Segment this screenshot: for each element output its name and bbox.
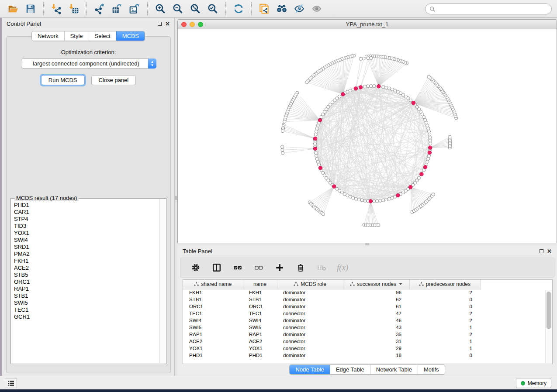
trash-icon xyxy=(296,263,305,272)
table-cell: 0 xyxy=(409,296,480,303)
network-window-titlebar[interactable]: YPA_prune.txt_1 xyxy=(178,20,557,29)
column-type-icon xyxy=(294,282,298,286)
float-panel-icon[interactable] xyxy=(158,22,162,26)
memory-label: Memory xyxy=(528,380,547,386)
scrollbar-thumb[interactable] xyxy=(547,292,551,329)
optimization-criterion-select[interactable]: largest connected component (undirected)… xyxy=(21,58,156,69)
network-canvas[interactable] xyxy=(178,29,557,244)
mcds-result-item[interactable]: RAP1 xyxy=(14,285,159,292)
table-row[interactable]: SWI5SWI5connector431 xyxy=(183,324,480,331)
first-neighbors-button[interactable] xyxy=(273,1,291,16)
close-panel-icon[interactable]: ✕ xyxy=(165,22,170,26)
float-panel-icon[interactable] xyxy=(540,249,543,253)
mcds-result-item[interactable]: SWI4 xyxy=(14,237,159,244)
run-mcds-button[interactable]: Run MCDS xyxy=(41,75,85,85)
close-panel-icon[interactable]: ✕ xyxy=(547,249,552,253)
table-row[interactable]: TEC1TEC1connector472 xyxy=(183,310,480,317)
table-cell: 62 xyxy=(343,296,409,303)
mcds-result-item[interactable]: SWI5 xyxy=(14,299,159,306)
show-panels-button[interactable] xyxy=(5,378,17,388)
refresh-layout-button[interactable] xyxy=(230,1,247,16)
mcds-result-item[interactable]: PHD1 xyxy=(14,202,159,209)
table-tab-network-table[interactable]: Network Table xyxy=(370,365,418,374)
table-cell: dominator xyxy=(277,303,343,310)
close-panel-button[interactable]: Close panel xyxy=(91,75,136,85)
select-all-columns-button[interactable] xyxy=(232,262,243,273)
gear-icon xyxy=(191,263,201,272)
delete-columns-button[interactable] xyxy=(295,262,306,273)
import-network-button[interactable] xyxy=(48,1,65,16)
table-row[interactable]: YOX1YOX1connector291 xyxy=(183,345,480,352)
column-header[interactable]: MCDS role xyxy=(277,280,343,289)
column-header[interactable]: successor nodes xyxy=(343,280,409,289)
memory-button[interactable]: Memory xyxy=(516,378,551,388)
table-cell: dominator xyxy=(277,296,343,303)
table-row[interactable]: SWI4SWI4dominator462 xyxy=(183,317,480,324)
zoom-selected-button[interactable] xyxy=(204,1,221,16)
clone-network-button[interactable] xyxy=(256,1,273,16)
mcds-result-item[interactable]: FKH1 xyxy=(14,258,159,265)
export-network-button[interactable] xyxy=(91,1,108,16)
search-icon xyxy=(429,6,436,12)
mcds-result-item[interactable]: TID3 xyxy=(14,223,159,230)
mcds-result-item[interactable]: STB1 xyxy=(14,292,159,299)
mcds-result-item[interactable]: YOX1 xyxy=(14,230,159,237)
export-table-button[interactable] xyxy=(108,1,126,16)
table-tab-edge-table[interactable]: Edge Table xyxy=(330,365,370,374)
export-image-button[interactable] xyxy=(126,1,143,16)
mcds-result-list[interactable]: PHD1CAR1STP4TID3YOX1SWI4SRD1PMA2FKH1ACE2… xyxy=(11,199,159,363)
zoom-fit-button[interactable] xyxy=(187,1,204,16)
mcds-result-item[interactable]: GCR1 xyxy=(14,313,159,320)
show-all-button[interactable] xyxy=(308,1,325,16)
table-row[interactable]: FKH1FKH1dominator962 xyxy=(183,289,480,296)
table-tab-node-table[interactable]: Node Table xyxy=(290,365,330,374)
eye-slash-icon xyxy=(294,3,305,14)
table-cell: PHD1 xyxy=(183,352,243,359)
table-cell: 18 xyxy=(343,352,409,359)
table-cell: ACE2 xyxy=(243,338,277,345)
splitter-handle[interactable] xyxy=(175,196,177,200)
import-table-button[interactable] xyxy=(65,1,83,16)
mcds-result-item[interactable]: CAR1 xyxy=(14,209,159,216)
open-file-button[interactable] xyxy=(4,1,22,16)
function-builder-button[interactable]: f(x) xyxy=(337,263,348,272)
search-input[interactable] xyxy=(438,6,547,12)
network-window: YPA_prune.txt_1 xyxy=(177,19,557,244)
mcds-result-item[interactable]: STB5 xyxy=(14,272,159,279)
unselect-all-columns-button[interactable] xyxy=(253,262,264,273)
zoom-out-button[interactable] xyxy=(169,1,187,16)
column-header[interactable]: shared name xyxy=(183,280,243,289)
mcds-result-item[interactable]: ORC1 xyxy=(14,279,159,285)
table-cell: 61 xyxy=(343,303,409,310)
hide-selected-button[interactable] xyxy=(291,1,308,16)
tab-style[interactable]: Style xyxy=(64,31,89,41)
table-row[interactable]: ACE2ACE2connector311 xyxy=(183,338,480,345)
column-header[interactable]: predecessor nodes xyxy=(409,280,480,289)
toolbar-separator xyxy=(147,2,148,15)
tab-select[interactable]: Select xyxy=(89,31,116,41)
table-cell: 0 xyxy=(409,352,480,359)
show-columns-button[interactable] xyxy=(211,262,222,273)
delete-table-button[interactable] xyxy=(316,262,327,273)
mcds-list-scrollbar[interactable] xyxy=(159,199,166,363)
table-options-button[interactable] xyxy=(190,262,201,273)
tab-mcds[interactable]: MCDS xyxy=(116,31,145,41)
mcds-result-item[interactable]: ACE2 xyxy=(14,265,159,272)
create-column-button[interactable] xyxy=(274,262,285,273)
table-row[interactable]: STB1STB1dominator620 xyxy=(183,296,480,303)
search-box[interactable] xyxy=(425,3,552,14)
mcds-result-item[interactable]: TEC1 xyxy=(14,306,159,313)
tab-network[interactable]: Network xyxy=(32,31,64,41)
column-header[interactable]: name xyxy=(243,280,277,289)
zoom-in-button[interactable] xyxy=(152,1,169,16)
network-graph[interactable] xyxy=(178,29,557,244)
table-row[interactable]: RAP1RAP1dominator352 xyxy=(183,331,480,338)
save-session-button[interactable] xyxy=(22,1,39,16)
mcds-result-item[interactable]: SRD1 xyxy=(14,244,159,251)
table-tab-motifs[interactable]: Motifs xyxy=(418,365,445,374)
table-row[interactable]: ORC1ORC1dominator610 xyxy=(183,303,480,310)
table-scrollbar[interactable] xyxy=(545,290,552,363)
mcds-result-item[interactable]: STP4 xyxy=(14,216,159,223)
table-row[interactable]: PHD1PHD1dominator180 xyxy=(183,352,480,359)
mcds-result-item[interactable]: PMA2 xyxy=(14,251,159,258)
